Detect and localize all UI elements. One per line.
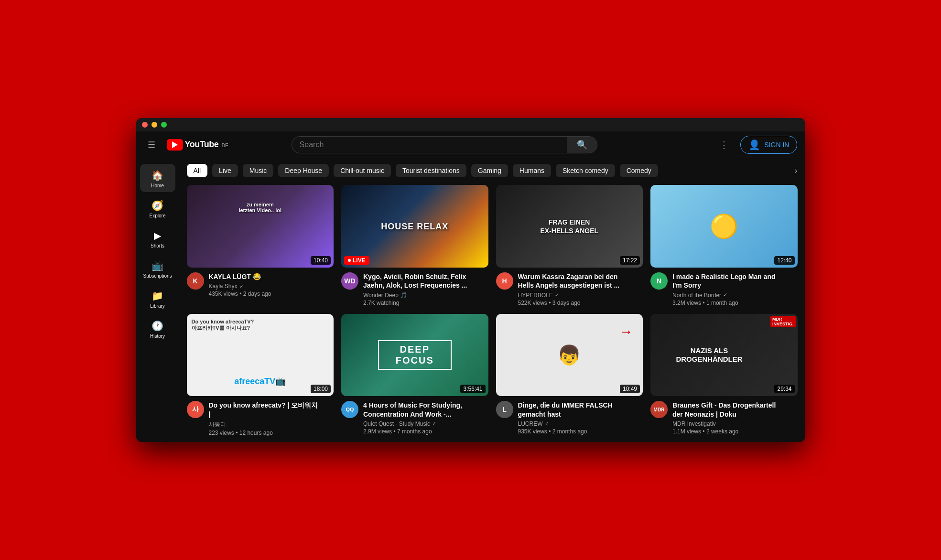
chip-all[interactable]: All bbox=[187, 164, 208, 177]
youtube-wordmark: YouTube bbox=[185, 140, 219, 149]
duration-v4: 12:40 bbox=[774, 256, 794, 265]
close-button[interactable] bbox=[142, 122, 148, 128]
home-icon: 🏠 bbox=[151, 170, 163, 181]
video-meta-v7: 935K views • 2 months ago bbox=[518, 428, 628, 435]
sign-in-button[interactable]: 👤 SIGN IN bbox=[740, 136, 797, 154]
chip-humans[interactable]: Humans bbox=[513, 164, 551, 177]
video-title-v1: KAYLA LÜGT 😂 bbox=[209, 272, 319, 281]
video-title-v5: Do you know afreecatv? | 오비워치 | bbox=[209, 401, 319, 418]
thumb-text-v8: NAZIS ALSDROGENHÄNDLER bbox=[676, 346, 742, 364]
thumb-text-v6: DEEP FOCUS bbox=[378, 340, 452, 370]
video-info-v2: WD Kygo, Avicii, Robin Schulz, Felix Jae… bbox=[341, 272, 488, 306]
video-details-v2: Kygo, Avicii, Robin Schulz, Felix Jaehn,… bbox=[363, 272, 473, 306]
duration-v6: 3:56:41 bbox=[460, 385, 485, 393]
video-details-v6: 4 Hours of Music For Studying, Concentra… bbox=[363, 401, 473, 434]
video-meta-v5: 223 views • 12 hours ago bbox=[209, 430, 319, 436]
sidebar-label-shorts: Shorts bbox=[151, 243, 164, 248]
video-info-v3: H Warum Kassra Zagaran bei den Hells Ang… bbox=[496, 272, 643, 306]
avatar-v2: WD bbox=[341, 272, 358, 290]
more-options-button[interactable]: ⋮ bbox=[715, 137, 733, 152]
duration-v5: 18:00 bbox=[311, 385, 331, 393]
explore-icon: 🧭 bbox=[151, 200, 163, 211]
chip-deep-house[interactable]: Deep House bbox=[278, 164, 329, 177]
video-card-v5[interactable]: Do you know afreecaTV?아프리카TV를 아시나요? afre… bbox=[187, 314, 334, 436]
verified-icon-v6: ✓ bbox=[432, 420, 436, 427]
subscriptions-icon: 📺 bbox=[151, 260, 163, 271]
channel-name-v8: MDR Investigativ bbox=[672, 420, 782, 427]
sidebar-item-subscriptions[interactable]: 📺 Subscriptions bbox=[140, 254, 175, 282]
sidebar-item-history[interactable]: 🕐 History bbox=[140, 314, 175, 343]
thumbnail-v3: FRAG EINENEX-HELLS ANGEL 17:22 bbox=[496, 185, 643, 268]
search-container: 🔍 bbox=[292, 136, 597, 153]
avatar-v7: L bbox=[496, 401, 513, 418]
app-window: ☰ YouTube DE 🔍 ⋮ 👤 SIGN IN � bbox=[136, 118, 805, 442]
video-card-v7[interactable]: 👦 → 10:49 L Dinge, die du IMMER FALSCH g… bbox=[496, 314, 643, 436]
video-info-v5: 사 Do you know afreecatv? | 오비워치 | 사봉디 22… bbox=[187, 401, 334, 436]
video-info-v7: L Dinge, die du IMMER FALSCH gemacht has… bbox=[496, 401, 643, 434]
thumbnail-v4: 🟡 12:40 bbox=[650, 185, 798, 268]
search-button[interactable]: 🔍 bbox=[567, 136, 597, 153]
video-details-v4: I made a Realistic Lego Man and I'm Sorr… bbox=[672, 272, 782, 306]
thumb-text-v3: FRAG EINENEX-HELLS ANGEL bbox=[540, 217, 598, 235]
chip-comedy[interactable]: Comedy bbox=[620, 164, 658, 177]
search-icon: 🔍 bbox=[577, 140, 587, 150]
video-title-v4: I made a Realistic Lego Man and I'm Sorr… bbox=[672, 272, 782, 290]
lego-emoji: 🟡 bbox=[710, 213, 738, 240]
sidebar-label-explore: Explore bbox=[150, 213, 166, 218]
user-icon: 👤 bbox=[748, 139, 760, 151]
maximize-button[interactable] bbox=[161, 122, 167, 128]
thumb-text-v2: HOUSE RELAX bbox=[381, 221, 448, 231]
menu-button[interactable]: ☰ bbox=[144, 136, 159, 154]
video-info-v4: N I made a Realistic Lego Man and I'm So… bbox=[650, 272, 798, 306]
avatar-v8: MDR bbox=[650, 401, 668, 418]
video-card-v2[interactable]: HOUSE RELAX LIVE WD Kygo, Avicii, Robin … bbox=[341, 185, 488, 306]
chip-gaming[interactable]: Gaming bbox=[471, 164, 508, 177]
sidebar: 🏠 Home 🧭 Explore ▶ Shorts 📺 Subscription… bbox=[136, 158, 179, 442]
avatar-v6: QQ bbox=[341, 401, 358, 418]
video-info-v8: MDR Braunes Gift - Das Drogenkartell der… bbox=[650, 401, 798, 434]
video-meta-v4: 3.2M views • 1 month ago bbox=[672, 300, 782, 306]
video-info-v6: QQ 4 Hours of Music For Studying, Concen… bbox=[341, 401, 488, 434]
video-card-v1[interactable]: zu meinemletzten Video.. lol 10:40 K KAY… bbox=[187, 185, 334, 306]
chip-live[interactable]: Live bbox=[212, 164, 238, 177]
video-card-v4[interactable]: 🟡 12:40 N I made a Realistic Lego Man an… bbox=[650, 185, 798, 306]
mdr-badge: MDRINVESTIG. bbox=[770, 316, 796, 327]
video-title-v6: 4 Hours of Music For Studying, Concentra… bbox=[363, 401, 473, 418]
sidebar-item-home[interactable]: 🏠 Home bbox=[140, 164, 175, 192]
duration-v3: 17:22 bbox=[620, 256, 640, 265]
filter-next-arrow[interactable]: › bbox=[795, 166, 798, 176]
history-icon: 🕐 bbox=[151, 320, 163, 332]
header: ☰ YouTube DE 🔍 ⋮ 👤 SIGN IN bbox=[136, 131, 805, 158]
video-card-v8[interactable]: NAZIS ALSDROGENHÄNDLER MDRINVESTIG. 29:3… bbox=[650, 314, 798, 436]
search-input[interactable] bbox=[292, 136, 567, 153]
chip-sketch-comedy[interactable]: Sketch comedy bbox=[556, 164, 615, 177]
sidebar-label-library: Library bbox=[150, 303, 165, 309]
avatar-v3: H bbox=[496, 272, 513, 290]
channel-name-v1: Kayla Shyx ✓ bbox=[209, 283, 319, 290]
main-layout: 🏠 Home 🧭 Explore ▶ Shorts 📺 Subscription… bbox=[136, 158, 805, 442]
minimize-button[interactable] bbox=[151, 122, 157, 128]
header-right: ⋮ 👤 SIGN IN bbox=[715, 136, 797, 154]
chip-chillout[interactable]: Chill-out music bbox=[334, 164, 391, 177]
video-card-v3[interactable]: FRAG EINENEX-HELLS ANGEL 17:22 H Warum K… bbox=[496, 185, 643, 306]
thumbnail-v5: Do you know afreecaTV?아프리카TV를 아시나요? afre… bbox=[187, 314, 334, 397]
chip-tourist[interactable]: Tourist destinations bbox=[396, 164, 466, 177]
sidebar-item-explore[interactable]: 🧭 Explore bbox=[140, 194, 175, 222]
video-meta-v6: 2.9M views • 7 months ago bbox=[363, 428, 473, 435]
thumbnail-v2: HOUSE RELAX LIVE bbox=[341, 185, 488, 268]
duration-v8: 29:34 bbox=[774, 385, 794, 393]
sidebar-item-shorts[interactable]: ▶ Shorts bbox=[140, 224, 175, 252]
chip-music[interactable]: Music bbox=[243, 164, 274, 177]
shorts-icon: ▶ bbox=[154, 230, 161, 241]
avatar-v4: N bbox=[650, 272, 668, 290]
avatar-v1: K bbox=[187, 272, 204, 290]
sidebar-item-library[interactable]: 📁 Library bbox=[140, 284, 175, 312]
video-meta-v1: 435K views • 2 days ago bbox=[209, 291, 319, 297]
sign-in-label: SIGN IN bbox=[764, 141, 789, 149]
sidebar-label-home: Home bbox=[151, 183, 164, 188]
video-title-v3: Warum Kassra Zagaran bei den Hells Angel… bbox=[518, 272, 628, 290]
video-card-v6[interactable]: DEEP FOCUS 3:56:41 QQ 4 Hours of Music F… bbox=[341, 314, 488, 436]
video-meta-v8: 1.1M views • 2 weeks ago bbox=[672, 428, 782, 435]
video-grid: zu meinemletzten Video.. lol 10:40 K KAY… bbox=[187, 185, 798, 436]
youtube-logo[interactable]: YouTube DE bbox=[167, 139, 228, 151]
